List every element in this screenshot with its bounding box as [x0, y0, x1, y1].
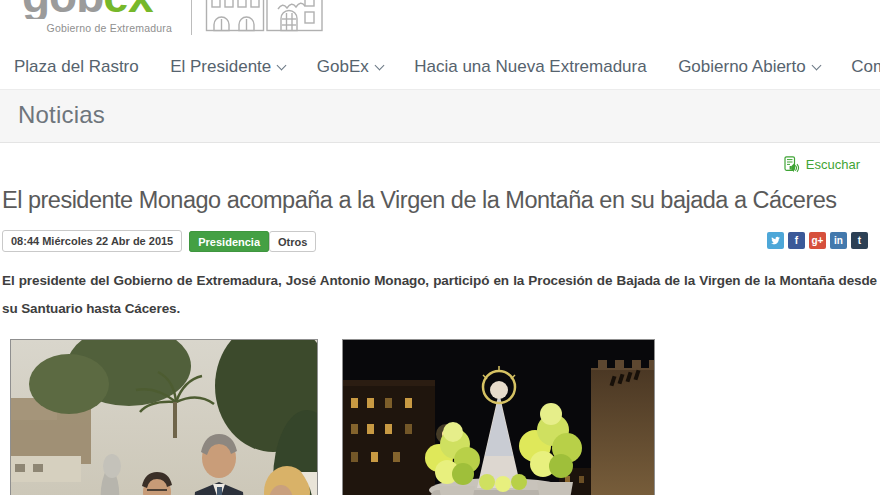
datetime-badge: 08:44 Miércoles 22 Abr de 2015: [2, 230, 182, 252]
listen-label: Escuchar: [806, 157, 860, 172]
nav-item-comunicacion[interactable]: Comunicación: [851, 57, 880, 77]
facebook-icon[interactable]: f: [788, 232, 805, 249]
site-header: gobex Gobierno de Extremadura: [0, 0, 880, 44]
nav-item-nueva-extremadura[interactable]: Hacia una Nueva Extremadura: [414, 57, 646, 77]
listen-button[interactable]: Escuchar: [784, 156, 860, 173]
nav-label: Plaza del Rastro: [14, 57, 139, 76]
logo-tagline: Gobierno de Extremadura: [22, 22, 172, 34]
article-title: El presidente Monago acompaña a la Virge…: [2, 187, 880, 215]
nav-item-plaza-del-rastro[interactable]: Plaza del Rastro: [14, 57, 139, 77]
category-badge-presidencia[interactable]: Presidencia: [182, 232, 269, 250]
page-title: Noticias: [18, 101, 105, 128]
listen-row: Escuchar: [0, 143, 880, 176]
chevron-down-icon: [277, 61, 287, 71]
category-label: Presidencia: [189, 231, 269, 252]
main-nav: Plaza del Rastro El Presidente GobEx Hac…: [0, 44, 880, 89]
building-illustration-icon: [205, 0, 323, 44]
twitter-icon[interactable]: [767, 232, 784, 249]
logo-wordmark: gobex: [22, 0, 172, 19]
nav-item-gobex[interactable]: GobEx: [317, 57, 383, 77]
nav-label: Hacia una Nueva Extremadura: [414, 57, 646, 76]
linkedin-icon[interactable]: in: [830, 232, 847, 249]
category-label: Otros: [269, 231, 316, 252]
section-band: Noticias: [0, 89, 880, 143]
nav-label: GobEx: [317, 57, 369, 76]
nav-label: Comunicación: [851, 57, 880, 76]
nav-item-el-presidente[interactable]: El Presidente: [170, 57, 285, 77]
header-divider: [191, 0, 192, 35]
nav-label: Gobierno Abierto: [678, 57, 806, 76]
gobex-news-page: { "brand": { "logo_prefix": "gob", "logo…: [0, 0, 880, 495]
gobex-logo[interactable]: gobex Gobierno de Extremadura: [22, 0, 172, 34]
article-lead: El presidente del Gobierno de Extremadur…: [0, 267, 880, 324]
photo-procession-night[interactable]: [342, 339, 655, 495]
chevron-down-icon: [374, 61, 384, 71]
chevron-down-icon: [811, 61, 821, 71]
share-bar: f g+ in t: [767, 232, 868, 249]
photo-procession-day[interactable]: [10, 339, 318, 495]
category-badge-otros[interactable]: Otros: [269, 232, 316, 250]
google-plus-icon[interactable]: g+: [809, 232, 826, 249]
article-photos: [10, 339, 880, 495]
tumblr-icon[interactable]: t: [851, 232, 868, 249]
article-meta-row: 08:44 Miércoles 22 Abr de 2015 Presidenc…: [2, 230, 880, 252]
article: Escuchar El presidente Monago acompaña a…: [0, 143, 880, 495]
nav-item-gobierno-abierto[interactable]: Gobierno Abierto: [678, 57, 820, 77]
logo-text-ex: ex: [103, 0, 152, 19]
readspeaker-icon: [784, 156, 801, 173]
nav-label: El Presidente: [170, 57, 271, 76]
logo-text-gob: gob: [22, 0, 103, 19]
